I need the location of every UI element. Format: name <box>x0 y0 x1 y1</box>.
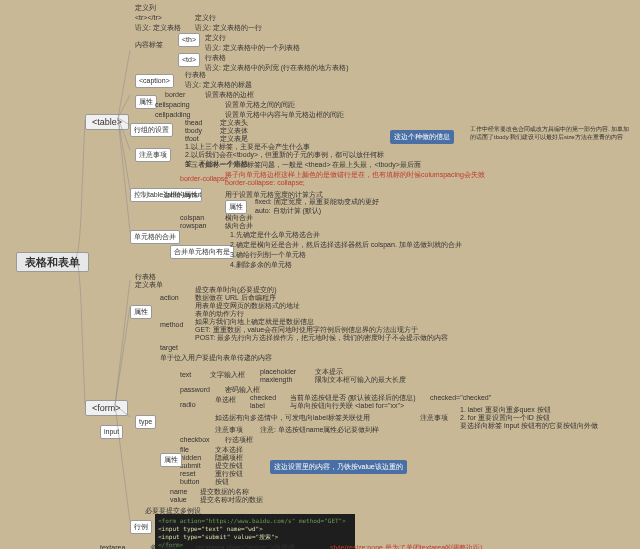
callout2: 这边设置里的内容，乃铁按value该边重的 <box>270 460 407 474</box>
ta-desc: 多文编辑 <box>150 543 178 549</box>
neirong: 内容标签 <box>135 40 163 49</box>
ta-note: style(resize:none 是为了关闭textarea的调整边距) <box>330 543 482 549</box>
defrow: 定义行 <box>195 13 216 22</box>
rn3: 要选择向标签 input 按钮有的它要按钮向外做 <box>460 421 598 430</box>
note-code: border-collapse: collapse; <box>225 178 305 187</box>
cellsp-lbl: cellspacing <box>155 100 190 109</box>
value-desc: 提交名称对应的数据 <box>200 495 263 504</box>
cb-note: 注意事项 <box>215 425 243 434</box>
text-desc: 文字输入框 <box>210 370 245 379</box>
method-d3: POST: 最多先行向方选择操作方，把元地时候，我们的密度时子不会提示做的内容 <box>195 333 448 342</box>
side-callout: 这边个种做的信息 <box>390 130 454 144</box>
caption-desc: 语义: 定义表格的标题 <box>185 80 252 89</box>
lb-desc: 与单向按钮向行关联 <label for="xx"> <box>290 401 404 410</box>
row-desc: 纵向合并 <box>225 221 253 230</box>
thtxt: 定义行 <box>205 33 226 42</box>
misc-attrs: 属性 <box>160 453 182 467</box>
thmean: 语义: 定义表格的一行 <box>195 23 262 32</box>
note-title: 注意事项 <box>135 148 171 162</box>
m1: 1.先确定是什么单元格选合并 <box>230 230 320 239</box>
form-attrs: 属性 <box>130 305 152 319</box>
border-desc: 设置表格的边框 <box>205 90 254 99</box>
cellsp-desc: 设置单元格之间的间距 <box>225 100 295 109</box>
thdesc: 语义: 定义表格中的一个列表格 <box>205 43 300 52</box>
tl-lbl: table-layout <box>165 190 201 199</box>
type-node: type <box>135 415 156 429</box>
table-node: <table> <box>85 114 129 130</box>
ta-lbl: textarea <box>100 543 125 549</box>
ml-desc: 限制文本框可输入的最大长度 <box>315 375 406 384</box>
trmean: 语义: 定义表格 <box>135 23 181 32</box>
merge-title: 单元格的合并 <box>130 230 180 244</box>
radio-noteitem: 注意事项 <box>420 413 448 422</box>
button-desc: 按钮 <box>215 477 229 486</box>
tl-fixed: fixed: 固定宽度，最重要能动变成的更好 <box>255 197 379 206</box>
tdtxt: 行表格 <box>205 53 226 62</box>
input-node: input <box>100 425 123 439</box>
th-node: <th> <box>178 33 200 47</box>
m2: 2.确定是横向还是合并，然后选择选择器然后 colspan. 加单选做到就的合并 <box>230 240 462 249</box>
cb-desc2: 行选项框 <box>225 435 253 444</box>
pwd-lbl: password <box>180 385 210 394</box>
cb-desc: 如选据有向多选情中，可发电向label标签关联使用 <box>215 413 370 422</box>
struct-title: 行组的设置 <box>130 123 173 137</box>
ck-val: checked="checked" <box>430 393 491 402</box>
lb-lbl: label <box>250 401 265 410</box>
td-node: <td> <box>178 53 200 67</box>
tddesc: 语义: 定义表格中的列宽 (行在表格的地方表格) <box>205 63 349 72</box>
row-lbl: rowspan <box>180 221 206 230</box>
target-lbl: target <box>160 343 178 352</box>
action-lbl: action <box>160 293 179 302</box>
tl-sub: 属性 <box>225 200 247 214</box>
merge-sub: 合并单元格向有是 <box>170 245 234 259</box>
trtxt: <tr></tr> <box>135 13 162 22</box>
ml-lbl: maxlength <box>260 375 292 384</box>
m4: 4.删除多余的单元格 <box>230 260 292 269</box>
root-node: 表格和表单 <box>16 252 89 272</box>
type-note: 注意: 单选按钮name属性必记要做到样 <box>260 425 379 434</box>
ta-style: <textarea style="resize:">向提提 <box>195 543 295 549</box>
cb-lbl: checkbox <box>180 435 210 444</box>
side-text: 工作中经常要改色合同或改方具编中的第一部分内容. 加单加的话面了tbody.我们… <box>470 125 630 141</box>
border-lbl: border <box>165 90 185 99</box>
text-lbl: text <box>180 370 191 379</box>
radio-desc: 单选框 <box>215 395 236 404</box>
tl-auto: auto: 自动计算 (默认) <box>255 206 321 215</box>
defcol-title: 定义列 <box>135 3 156 12</box>
ex-node: 行例 <box>130 520 152 534</box>
attrs-title: 属性 <box>135 95 157 109</box>
button-lbl: button <box>180 477 199 486</box>
caption-node: <caption> <box>135 74 174 88</box>
form-sub: 定义表单 <box>135 280 163 289</box>
method-lbl: method <box>160 320 183 329</box>
value-lbl: value <box>170 495 187 504</box>
form-node: <form> <box>85 400 128 416</box>
bc-lbl: border-collapse <box>180 174 228 183</box>
m3: 3.确给行列别一个单元格 <box>230 250 306 259</box>
note3: 3.三者如有一个知都标签问题，一般是 <thead> 在最上头最，<tbody>… <box>185 160 421 169</box>
target-d: 单于位入用户要提向表单传递的内容 <box>160 353 272 362</box>
radio-lbl: radio <box>180 400 196 409</box>
caption-txt: 行表格 <box>185 70 206 79</box>
